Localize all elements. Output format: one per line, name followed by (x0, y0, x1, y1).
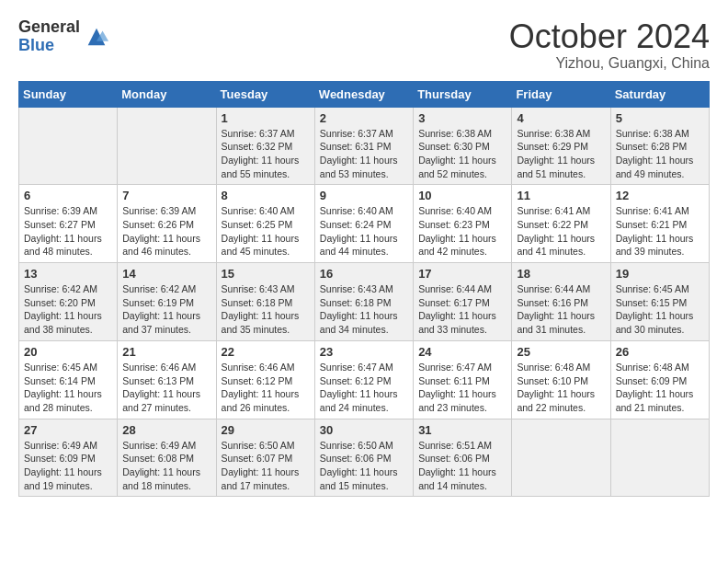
day-number: 2 (320, 111, 408, 125)
calendar-week-row: 20Sunrise: 6:45 AM Sunset: 6:14 PM Dayli… (19, 340, 710, 419)
day-info: Sunrise: 6:50 AM Sunset: 6:07 PM Dayligh… (222, 439, 310, 493)
calendar-day-cell: 8Sunrise: 6:40 AM Sunset: 6:25 PM Daylig… (216, 185, 314, 263)
day-info: Sunrise: 6:38 AM Sunset: 6:28 PM Dayligh… (616, 127, 704, 181)
calendar-day-cell: 15Sunrise: 6:43 AM Sunset: 6:18 PM Dayli… (216, 263, 314, 341)
day-number: 24 (418, 345, 506, 359)
day-info: Sunrise: 6:43 AM Sunset: 6:18 PM Dayligh… (222, 282, 310, 337)
day-info: Sunrise: 6:37 AM Sunset: 6:31 PM Dayligh… (320, 127, 408, 181)
weekday-header-friday: Friday (512, 81, 610, 107)
weekday-header-sunday: Sunday (19, 81, 118, 107)
calendar-day-cell: 22Sunrise: 6:46 AM Sunset: 6:12 PM Dayli… (216, 340, 314, 419)
calendar-day-cell (610, 419, 709, 497)
calendar-day-cell: 25Sunrise: 6:48 AM Sunset: 6:10 PM Dayli… (512, 340, 610, 419)
day-info: Sunrise: 6:44 AM Sunset: 6:16 PM Dayligh… (517, 282, 605, 337)
day-info: Sunrise: 6:46 AM Sunset: 6:13 PM Dayligh… (122, 361, 210, 415)
calendar-day-cell: 30Sunrise: 6:50 AM Sunset: 6:06 PM Dayli… (314, 419, 413, 497)
day-number: 26 (616, 345, 704, 359)
day-number: 15 (222, 267, 310, 281)
day-number: 29 (222, 423, 310, 437)
day-info: Sunrise: 6:44 AM Sunset: 6:17 PM Dayligh… (418, 282, 506, 337)
day-number: 1 (222, 111, 310, 125)
weekday-header-monday: Monday (118, 81, 216, 107)
calendar-day-cell: 27Sunrise: 6:49 AM Sunset: 6:09 PM Dayli… (19, 419, 118, 497)
calendar-day-cell: 21Sunrise: 6:46 AM Sunset: 6:13 PM Dayli… (118, 340, 216, 419)
calendar-day-cell: 12Sunrise: 6:41 AM Sunset: 6:21 PM Dayli… (610, 185, 709, 263)
day-number: 10 (418, 189, 506, 202)
day-number: 23 (320, 345, 408, 359)
day-number: 13 (24, 267, 112, 281)
calendar-day-cell: 20Sunrise: 6:45 AM Sunset: 6:14 PM Dayli… (19, 340, 118, 419)
calendar-day-cell: 16Sunrise: 6:43 AM Sunset: 6:18 PM Dayli… (314, 263, 413, 341)
day-number: 11 (517, 189, 605, 202)
weekday-header-thursday: Thursday (414, 81, 512, 107)
calendar-day-cell: 10Sunrise: 6:40 AM Sunset: 6:23 PM Dayli… (414, 185, 512, 263)
day-number: 12 (616, 189, 704, 202)
day-info: Sunrise: 6:40 AM Sunset: 6:23 PM Dayligh… (418, 204, 506, 259)
day-info: Sunrise: 6:42 AM Sunset: 6:19 PM Dayligh… (122, 282, 210, 337)
day-info: Sunrise: 6:39 AM Sunset: 6:26 PM Dayligh… (122, 204, 210, 259)
page-header: General Blue October 2024 Yizhou, Guangx… (18, 18, 710, 72)
day-info: Sunrise: 6:45 AM Sunset: 6:14 PM Dayligh… (24, 361, 112, 415)
calendar-day-cell: 4Sunrise: 6:38 AM Sunset: 6:29 PM Daylig… (512, 107, 610, 185)
weekday-header-row: SundayMondayTuesdayWednesdayThursdayFrid… (19, 81, 710, 107)
day-number: 19 (616, 267, 704, 281)
calendar-table: SundayMondayTuesdayWednesdayThursdayFrid… (18, 81, 710, 498)
calendar-week-row: 13Sunrise: 6:42 AM Sunset: 6:20 PM Dayli… (19, 263, 710, 341)
weekday-header-saturday: Saturday (610, 81, 709, 107)
day-info: Sunrise: 6:47 AM Sunset: 6:11 PM Dayligh… (418, 361, 506, 415)
day-info: Sunrise: 6:41 AM Sunset: 6:22 PM Dayligh… (517, 204, 605, 259)
calendar-day-cell: 6Sunrise: 6:39 AM Sunset: 6:27 PM Daylig… (19, 185, 118, 263)
day-number: 20 (24, 345, 112, 359)
calendar-day-cell: 11Sunrise: 6:41 AM Sunset: 6:22 PM Dayli… (512, 185, 610, 263)
day-number: 30 (320, 423, 408, 437)
calendar-week-row: 27Sunrise: 6:49 AM Sunset: 6:09 PM Dayli… (19, 419, 710, 497)
day-info: Sunrise: 6:48 AM Sunset: 6:10 PM Dayligh… (517, 361, 605, 415)
calendar-day-cell: 13Sunrise: 6:42 AM Sunset: 6:20 PM Dayli… (19, 263, 118, 341)
calendar-day-cell: 7Sunrise: 6:39 AM Sunset: 6:26 PM Daylig… (118, 185, 216, 263)
logo-icon (84, 24, 109, 50)
day-info: Sunrise: 6:40 AM Sunset: 6:25 PM Dayligh… (222, 204, 310, 259)
calendar-day-cell: 2Sunrise: 6:37 AM Sunset: 6:31 PM Daylig… (314, 107, 413, 185)
calendar-day-cell (118, 107, 216, 185)
weekday-header-wednesday: Wednesday (314, 81, 413, 107)
calendar-day-cell: 28Sunrise: 6:49 AM Sunset: 6:08 PM Dayli… (118, 419, 216, 497)
day-number: 21 (122, 345, 210, 359)
calendar-day-cell: 18Sunrise: 6:44 AM Sunset: 6:16 PM Dayli… (512, 263, 610, 341)
day-info: Sunrise: 6:47 AM Sunset: 6:12 PM Dayligh… (320, 361, 408, 415)
month-title: October 2024 (509, 18, 710, 55)
day-info: Sunrise: 6:48 AM Sunset: 6:09 PM Dayligh… (616, 361, 704, 415)
day-info: Sunrise: 6:38 AM Sunset: 6:29 PM Dayligh… (517, 127, 605, 181)
day-info: Sunrise: 6:46 AM Sunset: 6:12 PM Dayligh… (222, 361, 310, 415)
day-number: 22 (222, 345, 310, 359)
calendar-day-cell: 5Sunrise: 6:38 AM Sunset: 6:28 PM Daylig… (610, 107, 709, 185)
calendar-day-cell (512, 419, 610, 497)
calendar-day-cell: 1Sunrise: 6:37 AM Sunset: 6:32 PM Daylig… (216, 107, 314, 185)
location-subtitle: Yizhou, Guangxi, China (509, 55, 710, 72)
calendar-day-cell: 9Sunrise: 6:40 AM Sunset: 6:24 PM Daylig… (314, 185, 413, 263)
calendar-day-cell: 24Sunrise: 6:47 AM Sunset: 6:11 PM Dayli… (414, 340, 512, 419)
day-number: 31 (418, 423, 506, 437)
logo-general-text: General (18, 18, 80, 37)
day-info: Sunrise: 6:51 AM Sunset: 6:06 PM Dayligh… (418, 439, 506, 493)
calendar-day-cell: 14Sunrise: 6:42 AM Sunset: 6:19 PM Dayli… (118, 263, 216, 341)
day-info: Sunrise: 6:40 AM Sunset: 6:24 PM Dayligh… (320, 204, 408, 259)
calendar-day-cell: 31Sunrise: 6:51 AM Sunset: 6:06 PM Dayli… (414, 419, 512, 497)
day-info: Sunrise: 6:41 AM Sunset: 6:21 PM Dayligh… (616, 204, 704, 259)
day-number: 5 (616, 111, 704, 125)
calendar-day-cell: 23Sunrise: 6:47 AM Sunset: 6:12 PM Dayli… (314, 340, 413, 419)
day-info: Sunrise: 6:45 AM Sunset: 6:15 PM Dayligh… (616, 282, 704, 337)
day-info: Sunrise: 6:38 AM Sunset: 6:30 PM Dayligh… (418, 127, 506, 181)
day-number: 8 (222, 189, 310, 202)
day-info: Sunrise: 6:50 AM Sunset: 6:06 PM Dayligh… (320, 439, 408, 493)
day-number: 7 (122, 189, 210, 202)
day-number: 28 (122, 423, 210, 437)
day-number: 9 (320, 189, 408, 202)
day-number: 3 (418, 111, 506, 125)
title-section: October 2024 Yizhou, Guangxi, China (509, 18, 710, 72)
logo: General Blue (18, 18, 109, 55)
day-info: Sunrise: 6:42 AM Sunset: 6:20 PM Dayligh… (24, 282, 112, 337)
day-info: Sunrise: 6:37 AM Sunset: 6:32 PM Dayligh… (222, 127, 310, 181)
day-number: 25 (517, 345, 605, 359)
day-info: Sunrise: 6:49 AM Sunset: 6:09 PM Dayligh… (24, 439, 112, 493)
calendar-day-cell: 17Sunrise: 6:44 AM Sunset: 6:17 PM Dayli… (414, 263, 512, 341)
